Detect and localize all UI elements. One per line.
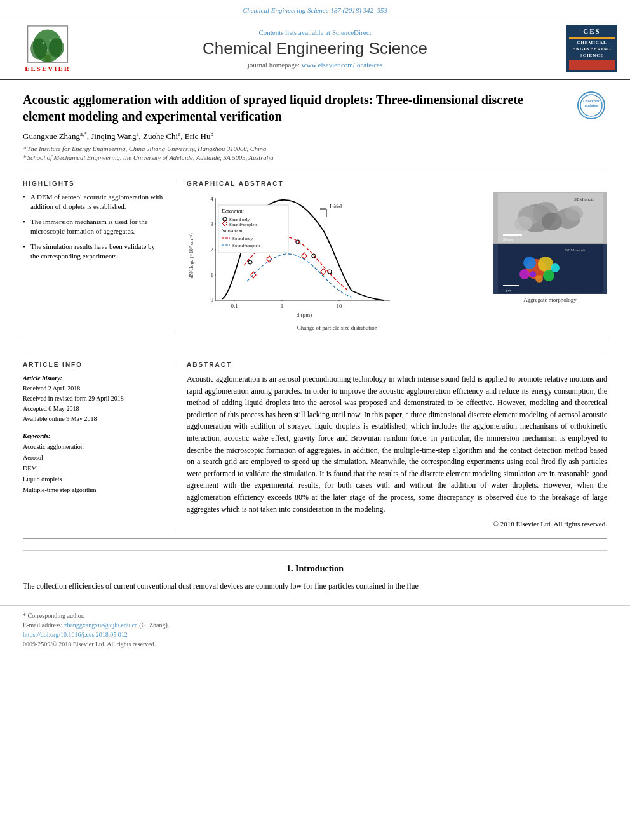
- svg-point-6: [47, 49, 49, 51]
- svg-text:Check for: Check for: [583, 99, 600, 103]
- intro-title-text: Introduction: [295, 564, 344, 573]
- svg-text:2: 2: [211, 246, 214, 253]
- author-jinqing: Jinqing Wang: [91, 132, 136, 142]
- keyword-3: DEM: [23, 463, 163, 474]
- svg-text:0: 0: [211, 297, 214, 303]
- introduction-text: The collection efficiencies of current c…: [23, 580, 607, 592]
- intro-section-number: 1.: [286, 564, 293, 573]
- sciencedirect-notice: Contents lists available at ScienceDirec…: [83, 29, 547, 36]
- article-title: Acoustic agglomeration with addition of …: [23, 91, 565, 124]
- author-eric: Eric Hu: [185, 132, 211, 142]
- introduction-section: 1. Introduction The collection efficienc…: [23, 557, 607, 599]
- doi-link[interactable]: https://doi.org/10.1016/j.ces.2018.05.01…: [23, 631, 607, 638]
- chart-label: Change of particle size distribution: [187, 324, 488, 331]
- ces-badge-sub1: CHEMICAL: [569, 40, 615, 46]
- svg-point-61: [514, 216, 532, 231]
- issn-copyright: 0009-2509/© 2018 Elsevier Ltd. All right…: [23, 641, 607, 648]
- sem-photo-svg: 20 μm SEM photo: [498, 193, 603, 243]
- ces-journal-badge: CES CHEMICAL ENGINEERING SCIENCE: [566, 25, 617, 72]
- svg-text:3: 3: [211, 221, 214, 227]
- affiliations: ᵃ The Institute for Energy Engineering, …: [23, 145, 565, 163]
- article-info-abstract-section: ARTICLE INFO Article history: Received 2…: [23, 352, 607, 539]
- journal-top-bar: Chemical Engineering Science 187 (2018) …: [0, 0, 630, 18]
- svg-text:Sound only: Sound only: [229, 217, 250, 222]
- svg-point-75: [530, 271, 536, 277]
- svg-text:Initial: Initial: [330, 204, 342, 210]
- copyright-notice: © 2018 Elsevier Ltd. All rights reserved…: [187, 519, 607, 530]
- abstract-text: Acoustic agglomeration is an aerosol pre…: [187, 373, 607, 530]
- main-content: Acoustic agglomeration with addition of …: [0, 80, 630, 604]
- history-label: Article history:: [23, 373, 163, 383]
- svg-text:1: 1: [281, 303, 284, 309]
- author1-sup: a,*: [80, 131, 87, 137]
- svg-text:0.1: 0.1: [231, 303, 238, 309]
- highlights-abstract-section: HIGHLIGHTS A DEM of aerosol acoustic agg…: [23, 171, 607, 340]
- elsevier-brand-text: ELSEVIER: [25, 65, 70, 72]
- email-label: E-mail address:: [23, 622, 62, 629]
- section-separator: [23, 550, 607, 551]
- article-info-label: ARTICLE INFO: [23, 361, 163, 368]
- svg-text:dN/dlogd (×10⁷ cm⁻³): dN/dlogd (×10⁷ cm⁻³): [189, 233, 194, 279]
- svg-point-69: [523, 257, 536, 269]
- intro-body: The collection efficiencies of current c…: [23, 582, 419, 590]
- sem-photo-top: 20 μm SEM photo: [493, 192, 607, 244]
- email-note: E-mail address: zhanggxangxue@cjlu.edu.c…: [23, 622, 607, 629]
- homepage-url[interactable]: www.elsevier.com/locate/ces: [302, 61, 383, 69]
- corresponding-author-note: * Corresponding author.: [23, 612, 607, 619]
- graphical-abstract-label: GRAPHICAL ABSTRACT: [187, 180, 607, 187]
- affiliation-a: ᵃ The Institute for Energy Engineering, …: [23, 145, 565, 154]
- keyword-4: Liquid droplets: [23, 474, 163, 484]
- affiliation-b: ᵇ School of Mechanical Engineering, the …: [23, 154, 565, 163]
- svg-text:DEM result: DEM result: [565, 248, 586, 253]
- page-footer: * Corresponding author. E-mail address: …: [0, 605, 630, 654]
- article-history: Article history: Received 2 April 2018 R…: [23, 373, 163, 424]
- svg-text:1: 1: [211, 272, 214, 278]
- check-updates-icon: Check for updates: [579, 93, 603, 117]
- svg-point-5: [50, 39, 51, 41]
- svg-text:Experiment: Experiment: [221, 208, 244, 214]
- svg-text:Sound+droplets: Sound+droplets: [229, 222, 258, 227]
- svg-point-74: [535, 275, 543, 283]
- author4-sup: b: [210, 131, 213, 137]
- keyword-1: Acoustic agglomeration: [23, 441, 163, 452]
- author2-sup: a: [136, 131, 138, 137]
- svg-point-63: [565, 206, 583, 221]
- journal-reference: Chemical Engineering Science 187 (2018) …: [243, 6, 387, 14]
- received-date: Received 2 April 2018: [23, 383, 163, 394]
- email-address[interactable]: zhanggxangxue@cjlu.edu.cn: [64, 622, 138, 629]
- keywords-section: Keywords: Acoustic agglomeration Aerosol…: [23, 430, 163, 495]
- author-zuohe: Zuohe Chi: [143, 132, 178, 142]
- aggregate-morphology-area: 20 μm SEM photo: [493, 192, 607, 303]
- ces-badge-sub2: ENGINEERING: [569, 46, 615, 53]
- svg-point-73: [551, 263, 560, 272]
- journal-title: Chemical Engineering Science: [83, 39, 547, 58]
- article-title-area: Acoustic agglomeration with addition of …: [23, 91, 565, 163]
- abstract-body: Acoustic agglomeration is an aerosol pre…: [187, 375, 607, 514]
- dem-result-svg: 1 μm DEM result: [498, 244, 603, 293]
- svg-text:10: 10: [337, 303, 343, 309]
- authors-line: Guangxue Zhanga,*, Jinqing Wanga, Zuohe …: [23, 131, 565, 142]
- author3-sup: a: [178, 131, 180, 137]
- svg-point-70: [538, 257, 553, 272]
- abstract-column: ABSTRACT Acoustic agglomeration is an ae…: [175, 361, 607, 530]
- journal-header: ELSEVIER Contents lists available at Sci…: [0, 18, 630, 80]
- available-date: Available online 9 May 2018: [23, 414, 163, 424]
- keywords-label: Keywords:: [23, 430, 163, 441]
- svg-rect-76: [503, 285, 519, 286]
- highlights-list: A DEM of aerosol acoustic agglomeration …: [23, 192, 163, 261]
- svg-marker-44: [321, 269, 326, 275]
- ces-color-bar: [569, 37, 615, 39]
- svg-point-4: [43, 42, 45, 44]
- image-label: Aggregate morphology: [493, 297, 607, 303]
- sciencedirect-link[interactable]: ScienceDirect: [332, 29, 372, 36]
- svg-point-72: [519, 269, 530, 279]
- highlights-column: HIGHLIGHTS A DEM of aerosol acoustic agg…: [23, 180, 175, 331]
- sem-dem-image: 20 μm SEM photo: [493, 192, 607, 294]
- svg-text:4: 4: [211, 196, 214, 202]
- author-guangxue: Guangxue Zhang: [23, 132, 80, 142]
- svg-marker-43: [302, 253, 307, 259]
- ces-badge-sub3: SCIENCE: [569, 53, 615, 59]
- check-updates-circle: Check for updates: [577, 91, 605, 119]
- keyword-5: Multiple-time step algorithm: [23, 484, 163, 495]
- graphical-abstract-content: 0 1 2 3 4 dN/dlogd (×10⁷ cm⁻³): [187, 192, 607, 331]
